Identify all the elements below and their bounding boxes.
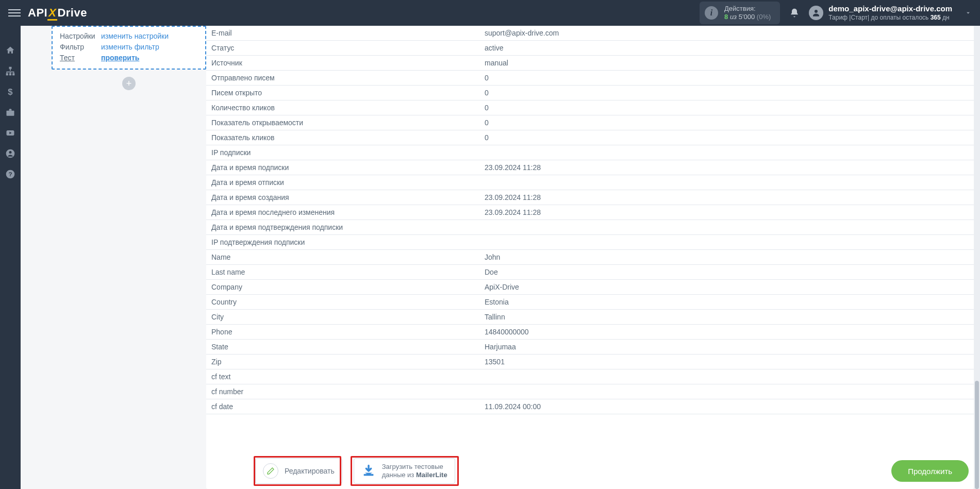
field-value: Estonia	[479, 295, 974, 310]
svg-rect-4	[12, 73, 14, 75]
user-block[interactable]: demo_apix-drive@apix-drive.com Тариф |Ст…	[828, 4, 952, 22]
sitemap-icon[interactable]	[5, 66, 15, 76]
field-value: 23.09.2024 11:28	[479, 160, 974, 175]
field-name: Статус	[206, 41, 479, 56]
field-value: 0	[479, 100, 974, 115]
svg-rect-1	[9, 67, 12, 69]
bell-icon[interactable]	[789, 8, 800, 18]
table-row: cf text	[206, 369, 974, 384]
footer-bar: Редактировать Загрузить тестовые данные …	[255, 458, 969, 484]
scrollbar[interactable]	[974, 26, 980, 489]
card-row: Тестпроверить	[60, 53, 198, 63]
logo-text-api: API	[28, 6, 47, 19]
continue-button[interactable]: Продолжить	[891, 460, 969, 482]
user-email: demo_apix-drive@apix-drive.com	[828, 4, 952, 14]
edit-button-label: Редактировать	[285, 467, 335, 475]
actions-pct: (0%)	[757, 13, 771, 21]
table-row: cf date11.09.2024 00:00	[206, 399, 974, 414]
help-icon[interactable]: ?	[5, 169, 15, 179]
field-value: suport@apix-drive.com	[479, 26, 974, 41]
menu-toggle-icon[interactable]	[8, 7, 21, 19]
field-name: Дата и время подписки	[206, 160, 479, 175]
field-name: Дата и время отписки	[206, 175, 479, 190]
field-name: cf date	[206, 399, 479, 414]
field-value: 0	[479, 130, 974, 145]
table-row: CityTallinn	[206, 310, 974, 325]
card-row: Настройкиизменить настройки	[60, 31, 198, 42]
field-name: Писем открыто	[206, 86, 479, 100]
field-value	[479, 384, 974, 399]
actions-of: из	[730, 13, 737, 21]
field-name: Дата и время подтверждения подписки	[206, 220, 479, 235]
logo[interactable]: APIXDrive	[28, 6, 87, 20]
field-value: 14840000000	[479, 325, 974, 340]
actions-label: Действия:	[724, 5, 771, 13]
field-value	[479, 235, 974, 250]
load-test-data-button[interactable]: Загрузить тестовые данные из MailerLite	[354, 458, 455, 484]
table-row: IP подписки	[206, 145, 974, 160]
table-row: CountryEstonia	[206, 295, 974, 310]
home-icon[interactable]	[5, 45, 15, 56]
user-circle-icon[interactable]	[5, 148, 15, 159]
dollar-icon[interactable]: $	[5, 87, 15, 97]
field-name: Дата и время последнего изменения	[206, 205, 479, 220]
field-name: Company	[206, 280, 479, 295]
field-value: 0	[479, 86, 974, 100]
field-name: IP подписки	[206, 145, 479, 160]
field-name: Name	[206, 250, 479, 265]
video-icon[interactable]	[5, 128, 15, 138]
svg-point-9	[9, 151, 12, 154]
card-row-link[interactable]: изменить фильтр	[101, 42, 159, 53]
card-row-link[interactable]: изменить настройки	[101, 31, 169, 42]
field-name: cf text	[206, 369, 479, 384]
field-name: Показатель открываемости	[206, 115, 479, 130]
download-icon	[361, 464, 376, 478]
left-panel: Настройкиизменить настройкиФильтризменит…	[21, 26, 206, 489]
user-icon	[811, 8, 821, 18]
field-value: John	[479, 250, 974, 265]
field-value: active	[479, 41, 974, 56]
field-name: Количество кликов	[206, 100, 479, 115]
card-row: Фильтризменить фильтр	[60, 42, 198, 53]
svg-rect-3	[9, 73, 11, 75]
info-icon: i	[705, 6, 718, 20]
field-value: manual	[479, 56, 974, 71]
chevron-down-icon[interactable]	[965, 9, 972, 16]
field-value: 23.09.2024 11:28	[479, 190, 974, 205]
add-button[interactable]: +	[122, 77, 136, 90]
briefcase-icon[interactable]	[5, 107, 15, 117]
field-name: Источник	[206, 56, 479, 71]
field-value: 0	[479, 115, 974, 130]
load-button-label: Загрузить тестовые данные из MailerLite	[382, 463, 447, 480]
card-row-link[interactable]: проверить	[101, 53, 139, 63]
logo-text-x: X	[47, 6, 57, 21]
actions-widget[interactable]: i Действия: 8 из 5'000 (0%)	[700, 2, 780, 24]
table-row: Показатель открываемости0	[206, 115, 974, 130]
table-row: NameJohn	[206, 250, 974, 265]
svg-rect-2	[6, 73, 8, 75]
actions-count: 8	[724, 13, 728, 21]
field-value: 11.09.2024 00:00	[479, 399, 974, 414]
data-table: E-mailsuport@apix-drive.comСтатусactiveИ…	[206, 26, 974, 414]
sidebar: $ ?	[0, 26, 21, 489]
table-row: Дата и время создания23.09.2024 11:28	[206, 190, 974, 205]
field-value: Tallinn	[479, 310, 974, 325]
card-row-label: Фильтр	[60, 42, 101, 53]
table-row: IP подтверждения подписки	[206, 235, 974, 250]
field-name: Zip	[206, 355, 479, 369]
svg-text:?: ?	[8, 171, 12, 177]
field-value: ApiX-Drive	[479, 280, 974, 295]
field-name: cf number	[206, 384, 479, 399]
field-name: Phone	[206, 325, 479, 340]
top-header: APIXDrive i Действия: 8 из 5'000 (0%) de…	[0, 0, 980, 26]
table-row: CompanyApiX-Drive	[206, 280, 974, 295]
table-row: Zip13501	[206, 355, 974, 369]
table-row: StateHarjumaa	[206, 340, 974, 355]
card-row-label: Настройки	[60, 31, 101, 42]
avatar[interactable]	[809, 6, 823, 20]
field-name: State	[206, 340, 479, 355]
field-value	[479, 369, 974, 384]
svg-rect-6	[7, 111, 14, 116]
table-row: E-mailsuport@apix-drive.com	[206, 26, 974, 41]
edit-button[interactable]: Редактировать	[255, 458, 342, 484]
